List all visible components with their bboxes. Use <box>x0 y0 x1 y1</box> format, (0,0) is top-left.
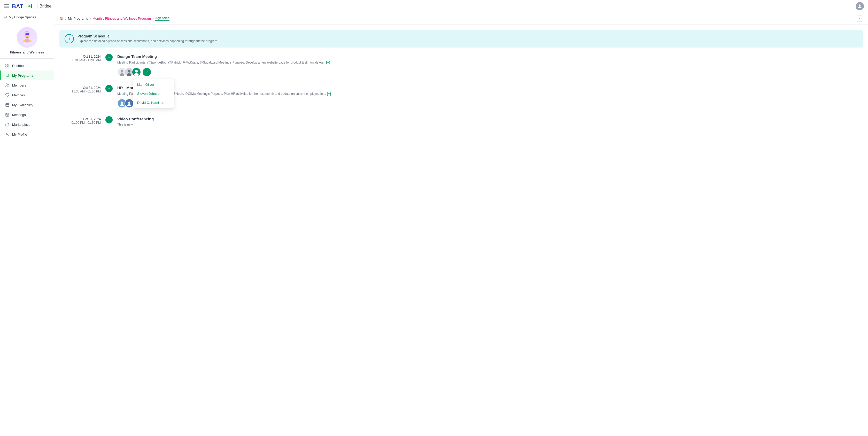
agenda-time-3: 01:00 PM - 01:30 PM <box>59 121 101 124</box>
agenda-content-1: Design Team Meeting Meeting Participants… <box>117 54 863 77</box>
timeline-dot-2 <box>105 85 113 92</box>
timeline-dot-col-2 <box>105 85 113 108</box>
timeline-dot-1 <box>105 54 113 61</box>
timeline-line-2 <box>109 93 109 108</box>
top-nav-left: BAT I Bridge <box>4 3 52 10</box>
svg-point-40 <box>128 101 130 103</box>
svg-text:BAT: BAT <box>12 3 23 9</box>
breadcrumb: 🏠 › My Programs › Monthly Fitness and We… <box>59 16 169 21</box>
main-content: i Program Schedule! Explore the detailed… <box>54 25 868 436</box>
info-banner-desc: Explore the detailed agenda of sessions,… <box>78 39 218 43</box>
sidebar-label-members: Members <box>12 84 26 87</box>
user-avatar[interactable] <box>856 2 864 10</box>
sidebar-item-my-availability[interactable]: My Availability <box>0 100 54 110</box>
users-icon <box>5 83 9 88</box>
sidebar-label-my-programs: My Programs <box>12 73 33 77</box>
svg-rect-15 <box>6 64 7 65</box>
svg-point-34 <box>127 73 131 76</box>
agenda-date-col-1: Oct 31, 2024 10:00 AM - 11:00 AM <box>59 54 101 77</box>
breadcrumb-sep-2: › <box>90 16 91 21</box>
dropdown-item-david[interactable]: David C. Hamilton <box>133 98 174 107</box>
breadcrumb-my-programs[interactable]: My Programs <box>68 17 88 21</box>
calendar-icon <box>5 102 9 107</box>
info-content: Program Schedule! Explore the detailed a… <box>78 34 218 43</box>
timeline-dot-3 <box>105 116 113 123</box>
agenda-item-2: Oct 31, 2024 11:30 AM - 01:30 PM HR - Mo… <box>59 85 863 108</box>
spaces-icon: ⊙ <box>4 15 7 19</box>
expand-link-1[interactable]: [+] <box>326 61 330 64</box>
agenda-date-col-3: Oct 31, 2024 01:00 PM - 01:30 PM <box>59 116 101 126</box>
breadcrumb-sep-3: › <box>152 16 154 21</box>
svg-point-42 <box>108 119 110 120</box>
event-title-1: Design Team Meeting <box>117 54 863 59</box>
breadcrumb-bar: 🏠 › My Programs › Monthly Fitness and We… <box>54 12 868 25</box>
sidebar-nav: Dashboard My Programs Members <box>0 59 54 436</box>
collapse-button[interactable]: ‹ <box>857 15 863 22</box>
agenda-item-3: Oct 31, 2024 01:00 PM - 01:30 PM Video C… <box>59 116 863 126</box>
svg-point-38 <box>121 101 123 103</box>
svg-point-32 <box>120 73 124 76</box>
participant-row-2 <box>117 99 863 108</box>
svg-rect-20 <box>6 103 9 107</box>
svg-point-12 <box>25 38 30 42</box>
home-icon: 🏠 <box>59 17 64 21</box>
info-icon: i <box>65 34 74 43</box>
agenda-timeline: Oct 31, 2024 10:00 AM - 11:00 AM Design … <box>59 54 863 126</box>
sidebar-item-my-profile[interactable]: My Profile <box>0 129 54 139</box>
space-name: Fitness and Wellness <box>10 50 44 54</box>
timeline-dot-col-1 <box>105 54 113 77</box>
agenda-date-1: Oct 31, 2024 <box>59 55 101 58</box>
sidebar-item-matches[interactable]: Matches <box>0 90 54 100</box>
sidebar-item-marketplace[interactable]: Marketplace <box>0 120 54 129</box>
dropdown-item-steven[interactable]: Steven Johnson <box>133 89 174 98</box>
agenda-time-1: 10:00 AM - 11:00 AM <box>59 58 101 62</box>
svg-point-41 <box>127 104 131 106</box>
participant-row-1: +3 Liam Oliver Steven Johnson David C. H… <box>117 67 863 77</box>
hamburger-menu[interactable] <box>4 4 9 8</box>
breadcrumb-home[interactable]: 🏠 <box>59 17 64 21</box>
participant-avatar-2b <box>125 99 134 108</box>
sidebar-item-dashboard[interactable]: Dashboard <box>0 61 54 70</box>
top-nav: BAT I Bridge <box>0 0 868 12</box>
event-desc-1: Meeting Participants: @SpongeBob, @Patri… <box>117 60 863 65</box>
sidebar: ⊙ My Bridge Spaces <box>0 12 54 436</box>
sidebar-item-meetings[interactable]: Meetings <box>0 110 54 120</box>
svg-rect-16 <box>7 64 9 65</box>
sidebar-item-members[interactable]: Members <box>0 80 54 90</box>
heart-icon <box>5 93 9 97</box>
agenda-date-3: Oct 31, 2024 <box>59 117 101 121</box>
sidebar-label-meetings: Meetings <box>12 113 26 117</box>
info-banner: i Program Schedule! Explore the detailed… <box>59 30 863 48</box>
agenda-content-2: HR - Monthly M Meeting Participants: @Em… <box>117 85 863 108</box>
timeline-line-1 <box>109 62 109 77</box>
sidebar-spaces-header[interactable]: ⊙ My Bridge Spaces <box>0 12 54 22</box>
breadcrumb-agendas-label: Agendas <box>155 16 169 20</box>
agenda-time-2: 11:30 AM - 01:30 PM <box>59 90 101 93</box>
sidebar-label-dashboard: Dashboard <box>12 64 29 68</box>
space-avatar <box>17 27 37 48</box>
participant-count-badge-1[interactable]: +3 <box>142 67 151 77</box>
breadcrumb-program-name[interactable]: Monthly Fitness and Wellness Program <box>92 17 151 21</box>
breadcrumb-sep-1: › <box>65 16 66 21</box>
svg-point-19 <box>6 84 7 85</box>
sidebar-label-my-availability: My Availability <box>12 103 33 107</box>
sidebar-spaces-label: My Bridge Spaces <box>9 15 36 19</box>
sidebar-label-my-profile: My Profile <box>12 132 27 136</box>
sidebar-item-my-programs[interactable]: My Programs <box>0 70 54 80</box>
dropdown-item-liam[interactable]: Liam Oliver <box>133 80 174 89</box>
svg-rect-24 <box>6 114 9 117</box>
participant-avatar-3 <box>132 67 141 77</box>
grid-icon <box>5 63 9 68</box>
content-area: 🏠 › My Programs › Monthly Fitness and We… <box>54 12 868 436</box>
store-icon <box>5 122 9 127</box>
svg-point-3 <box>859 4 861 6</box>
svg-rect-17 <box>6 66 7 67</box>
nav-divider <box>37 3 37 9</box>
bridge-title: Bridge <box>39 4 52 8</box>
space-profile: Fitness and Wellness <box>0 22 54 59</box>
timeline-dot-col-3 <box>105 116 113 126</box>
expand-link-2[interactable]: [+] <box>327 92 331 96</box>
participant-dropdown-1: Liam Oliver Steven Johnson David C. Hami… <box>133 79 174 108</box>
breadcrumb-agendas[interactable]: Agendas <box>155 16 169 21</box>
info-banner-title: Program Schedule! <box>78 34 218 38</box>
